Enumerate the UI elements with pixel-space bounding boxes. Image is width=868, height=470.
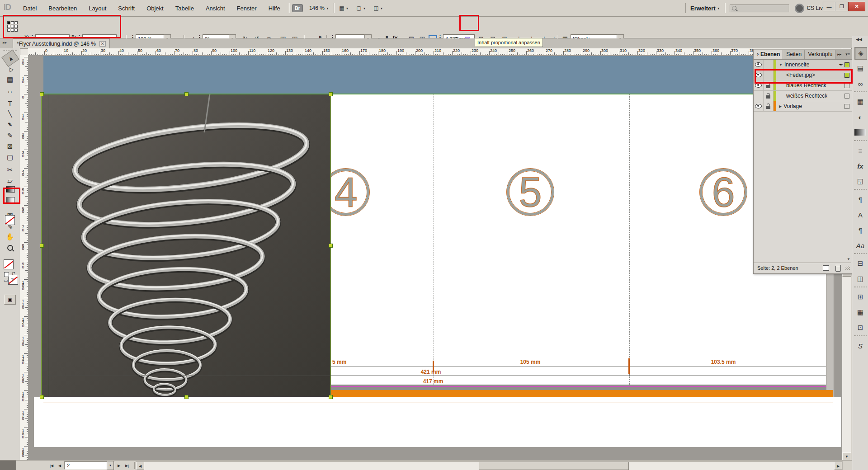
vertical-ruler[interactable]: 2010010203040506070809010011012013014015… [20, 55, 28, 460]
panel-menu-icon[interactable]: ▾≡ [843, 52, 852, 56]
layers-panel-icon[interactable]: ◈ [854, 47, 867, 60]
panel-collapse-icon[interactable]: ▸▸ [835, 52, 843, 56]
selection-handle[interactable] [40, 395, 44, 399]
scissors-tool[interactable]: ✂ [4, 164, 16, 175]
zoom-level-select[interactable]: 146 % ▼ [309, 5, 329, 11]
tab-seiten[interactable]: Seiten [783, 50, 805, 59]
paragraph-styles-panel-icon[interactable]: ¶ [854, 193, 866, 205]
selection-proxy[interactable] [844, 94, 849, 99]
color-panel-icon[interactable]: ◐ [854, 111, 866, 123]
tab-ebenen[interactable]: ◊Ebenen [754, 50, 783, 59]
menu-bearbeiten[interactable]: Bearbeiten [42, 0, 83, 16]
expand-dock-icon[interactable]: ◀◀ [856, 37, 862, 42]
zoom-tool[interactable] [4, 242, 16, 253]
visibility-cell[interactable] [754, 91, 764, 101]
free-transform-tool[interactable]: ▱ [4, 175, 16, 186]
object-states-panel-icon[interactable]: ◫ [854, 273, 866, 285]
rectangle-tool[interactable]: ▢ [4, 152, 16, 163]
menu-ansicht[interactable]: Ansicht [200, 0, 231, 16]
effects-panel-icon[interactable]: fx [854, 160, 866, 172]
restore-button[interactable]: ❐ [835, 2, 848, 11]
lock-cell[interactable] [764, 91, 774, 101]
default-fill-stroke-icon[interactable] [4, 272, 9, 277]
pencil-tool[interactable]: ✎ [4, 130, 16, 141]
formatting-affects-text-icon[interactable]: T [11, 278, 14, 283]
scroll-left-button[interactable]: ◀ [136, 462, 144, 470]
view-options-button[interactable]: ▦▼ [339, 4, 349, 12]
layer-row-2[interactable]: <Feder.jpg> [754, 70, 852, 80]
prev-page-button[interactable]: ◀ [56, 462, 63, 469]
table-panel-icon[interactable]: ⊞ [854, 291, 866, 303]
selection-handle[interactable] [40, 244, 44, 248]
search-input[interactable] [730, 5, 789, 12]
arrange-documents-button[interactable]: ◫▼ [373, 4, 384, 12]
menu-hilfe[interactable]: Hilfe [263, 0, 286, 16]
panel-resize-grip[interactable] [845, 266, 850, 270]
menu-fenster[interactable]: Fenster [231, 0, 263, 16]
document-canvas[interactable]: 456 5 mm421 mm417 mm105 mm103.5 mm [28, 55, 842, 460]
visibility-cell[interactable] [754, 70, 764, 80]
expander-icon[interactable]: ▶ [779, 104, 782, 108]
menu-tabelle[interactable]: Tabelle [170, 0, 200, 16]
layer-row-5[interactable]: ▶Vorlage [754, 101, 852, 112]
new-layer-button[interactable] [823, 265, 829, 271]
page-tool[interactable]: ▤ [4, 74, 16, 85]
scroll-right-button[interactable]: ▶ [834, 462, 842, 470]
visibility-cell[interactable] [754, 80, 764, 90]
first-page-button[interactable]: |◀ [48, 462, 55, 469]
document-tab[interactable]: *Flyer Ausstellung.indd @ 146 % ✕ [13, 38, 110, 48]
layer-row-4[interactable]: weißes Rechteck [754, 91, 852, 101]
visibility-cell[interactable] [754, 60, 764, 70]
selection-proxy[interactable] [844, 104, 849, 109]
preview-mode-button[interactable]: ▣ [4, 295, 16, 305]
hand-tool[interactable]: ✋ [4, 231, 16, 242]
selection-handle[interactable] [184, 92, 189, 96]
gradient-panel-icon[interactable] [854, 129, 866, 136]
character-styles-panel-icon[interactable]: A [854, 209, 866, 221]
pages-panel-icon[interactable]: ▤ [854, 62, 866, 74]
selection-proxy[interactable] [844, 62, 849, 67]
next-page-button[interactable]: ▶ [115, 462, 123, 469]
gradient-tool[interactable] [6, 186, 15, 193]
character-panel-icon[interactable]: Aa [854, 240, 866, 251]
page-number-field[interactable]: 2 ▼ [64, 461, 114, 470]
selection-proxy[interactable] [844, 83, 849, 88]
panel-scroll-down-icon[interactable]: ▼ [847, 257, 850, 261]
visibility-cell[interactable] [754, 101, 764, 111]
cell-styles-panel-icon[interactable]: ⊡ [854, 322, 866, 334]
selection-handle[interactable] [329, 92, 333, 96]
reference-point-proxy[interactable] [7, 21, 18, 32]
type-tool[interactable]: T [4, 98, 16, 108]
formatting-affects-container-icon[interactable]: ▭ [4, 278, 8, 283]
lock-cell[interactable] [764, 80, 774, 90]
menu-schrift[interactable]: Schrift [112, 0, 141, 16]
pathfinder-panel-icon[interactable]: ◱ [854, 175, 866, 187]
minimize-button[interactable]: — [823, 2, 835, 11]
gradient-feather-tool[interactable] [6, 197, 15, 203]
links-panel-icon[interactable]: ∞ [854, 78, 866, 89]
swap-fill-stroke-icon[interactable]: ⇄ [12, 271, 15, 276]
horizontal-scrollbar[interactable]: ◀ ▶ [136, 461, 843, 470]
scripts-panel-icon[interactable]: S [854, 340, 866, 352]
dock-collapse-icon[interactable]: ▸▸ [3, 40, 7, 45]
page-dropdown[interactable]: ▼ [107, 461, 114, 470]
menu-layout[interactable]: Layout [83, 0, 112, 16]
screen-mode-button[interactable]: ▢▼ [356, 4, 367, 12]
scroll-down-button[interactable]: ▼ [842, 452, 851, 461]
last-page-button[interactable]: ▶| [123, 462, 131, 469]
workspace-switcher[interactable]: Erweitert [690, 5, 716, 12]
frame-tool[interactable]: ⊠ [4, 141, 16, 152]
stroke-panel-icon[interactable]: ≡ [854, 145, 866, 156]
bridge-button[interactable]: Br [292, 4, 303, 12]
swatches-panel-icon[interactable]: ▦ [854, 96, 866, 108]
selection-handle[interactable] [40, 92, 44, 96]
menu-datei[interactable]: Datei [17, 0, 42, 16]
layer-row-3[interactable]: blaues Rechteck [754, 80, 852, 91]
lock-cell[interactable] [764, 101, 774, 111]
selection-proxy[interactable] [844, 73, 849, 78]
lock-cell[interactable] [764, 60, 774, 70]
close-button[interactable]: ✕ [848, 2, 865, 11]
table-styles-panel-icon[interactable]: ▦ [854, 306, 866, 318]
gap-tool[interactable]: ↔ [4, 85, 16, 96]
expander-icon[interactable]: ▼ [779, 63, 783, 67]
